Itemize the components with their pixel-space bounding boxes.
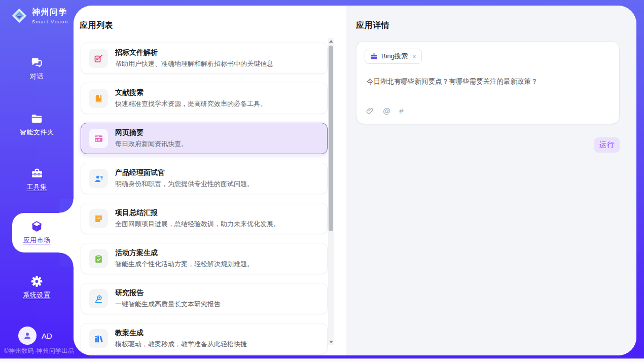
app-window: 神州问学 Smart Vision 对话 智能文件夹 <box>0 0 644 362</box>
tool-chip-label: Bing搜索 <box>381 52 408 61</box>
scrollbar-thumb[interactable] <box>329 46 333 231</box>
sidebar-item-label: 智能文件夹 <box>20 128 54 137</box>
app-card-literature-search[interactable]: 文献搜索 快速精准查找学术资源，提高研究效率的必备工具。 <box>81 83 328 114</box>
app-name: 文献搜索 <box>115 88 267 97</box>
sidebar-item-smart-folder[interactable]: 智能文件夹 <box>0 112 74 137</box>
app-detail-panel: 应用详情 Bing搜索 × 今日湖北有哪些新闻要点？有哪些需要关注的最新政策？ <box>346 6 636 355</box>
run-button[interactable]: 运行 <box>594 137 620 153</box>
app-name: 招标文件解析 <box>115 48 273 57</box>
mention-at-icon[interactable]: @ <box>383 106 390 115</box>
active-bubble-fillet-bottom <box>59 252 74 267</box>
app-detail-title: 应用详情 <box>356 20 389 31</box>
sidebar: 神州问学 Smart Vision 对话 智能文件夹 <box>0 0 74 358</box>
tool-chip-bing-search[interactable]: Bing搜索 × <box>365 49 422 64</box>
cube-icon <box>30 220 44 233</box>
sidebar-item-settings[interactable]: 系统设置 <box>0 275 74 300</box>
brand-subtitle: Smart Vision <box>32 19 68 24</box>
document-pen-icon <box>93 53 104 64</box>
app-icon-tile <box>89 329 108 348</box>
books-icon <box>93 334 104 344</box>
user-name: AD <box>42 332 52 340</box>
app-card-research-report[interactable]: 研究报告 一键智能生成高质量长文本研究报告 <box>81 283 328 314</box>
query-text[interactable]: 今日湖北有哪些新闻要点？有哪些需要关注的最新政策？ <box>367 77 610 87</box>
brand-name: 神州问学 <box>32 7 68 18</box>
avatar <box>18 327 37 345</box>
attachment-toolbar: @ # <box>366 106 404 115</box>
content-panel: 应用列表 招标文件解析 帮助用户快速、准确地理解和解析招标书中的关键信息 <box>74 6 636 355</box>
page-bottom-edge <box>0 358 644 362</box>
app-name: 研究报告 <box>115 288 221 298</box>
app-card-project-summary[interactable]: 项目总结汇报 全面回顾项目进展，总结经验教训，助力未来优化发展。 <box>81 203 328 234</box>
app-card-web-summary[interactable]: 网页摘要 每日政府新闻资讯快查。 <box>81 123 328 154</box>
app-card-lesson-plan[interactable]: 教案生成 模板驱动，教案秒成，教学准备从此轻松快捷 <box>81 323 328 354</box>
scroll-down-button[interactable] <box>328 339 334 345</box>
user-profile[interactable]: AD <box>18 327 52 345</box>
gear-icon <box>30 275 44 288</box>
app-icon-tile <box>89 169 108 188</box>
sidebar-item-label: 应用市场 <box>23 236 51 245</box>
app-name: 活动方案生成 <box>115 248 254 258</box>
chat-icon <box>30 56 44 69</box>
app-icon-tile <box>89 49 108 68</box>
sidebar-item-label: 工具集 <box>26 183 47 192</box>
app-list-panel: 应用列表 招标文件解析 帮助用户快速、准确地理解和解析招标书中的关键信息 <box>74 6 346 355</box>
app-icon-tile <box>89 209 108 228</box>
app-card-pm-interviewer[interactable]: 产品经理面试官 明确身份和职责，为您提供专业性的面试问题。 <box>81 163 328 194</box>
sidebar-item-app-market[interactable]: 应用市场 <box>0 220 74 245</box>
scroll-up-button[interactable] <box>328 38 334 45</box>
app-card-bid-parsing[interactable]: 招标文件解析 帮助用户快速、准确地理解和解析招标书中的关键信息 <box>81 43 328 74</box>
briefcase-icon <box>370 53 378 60</box>
app-icon-tile <box>89 129 108 148</box>
app-description: 一键智能生成高质量长文本研究报告 <box>115 300 221 309</box>
chip-close-icon[interactable]: × <box>412 53 416 60</box>
app-description: 智能生成个性化活动方案，轻松解决规划难题。 <box>115 260 254 269</box>
sidebar-item-toolset[interactable]: 工具集 <box>0 167 74 192</box>
brand-logo: 神州问学 Smart Vision <box>10 7 68 25</box>
app-description: 每日政府新闻资讯快查。 <box>115 139 188 149</box>
app-description: 帮助用户快速、准确地理解和解析招标书中的关键信息 <box>115 59 273 68</box>
copyright-text: ©神州数码·神州问学出品 <box>4 347 75 355</box>
sidebar-item-label: 系统设置 <box>23 291 51 300</box>
app-icon-tile <box>89 89 108 108</box>
clipboard-check-icon <box>93 254 104 264</box>
app-icon-tile <box>89 289 108 308</box>
app-description: 快速精准查找学术资源，提高研究效率的必备工具。 <box>115 99 267 108</box>
prompt-card: Bing搜索 × 今日湖北有哪些新闻要点？有哪些需要关注的最新政策？ @ # <box>356 41 620 124</box>
app-name: 教案生成 <box>115 329 247 338</box>
sidebar-item-chat[interactable]: 对话 <box>0 56 74 81</box>
app-description: 明确身份和职责，为您提供专业性的面试问题。 <box>115 179 254 189</box>
person-icon <box>22 331 32 341</box>
app-name: 产品经理面试官 <box>115 168 254 177</box>
app-description: 模板驱动，教案秒成，教学准备从此轻松快捷 <box>115 340 247 349</box>
interviewer-icon <box>93 173 104 184</box>
active-bubble-fillet-top <box>59 199 74 213</box>
hash-icon[interactable]: # <box>399 106 403 115</box>
triangle-down-icon <box>329 341 333 343</box>
app-list-title: 应用列表 <box>80 20 113 31</box>
app-card-event-plan[interactable]: 活动方案生成 智能生成个性化活动方案，轻松解决规划难题。 <box>81 243 328 274</box>
app-name: 项目总结汇报 <box>115 208 280 218</box>
microscope-icon <box>93 294 104 304</box>
folder-icon <box>30 112 44 125</box>
app-description: 全面回顾项目进展，总结经验教训，助力未来优化发展。 <box>115 220 280 229</box>
app-icon-tile <box>89 249 108 268</box>
sidebar-item-label: 对话 <box>30 72 44 81</box>
book-icon <box>93 93 104 104</box>
app-name: 网页摘要 <box>115 128 188 137</box>
paperclip-icon[interactable] <box>366 106 374 115</box>
note-icon <box>93 213 104 224</box>
toolbox-icon <box>30 167 44 180</box>
gem-logo-icon <box>10 7 28 25</box>
triangle-up-icon <box>329 40 333 43</box>
list-scrollbar[interactable] <box>328 38 334 345</box>
browser-icon <box>93 133 104 144</box>
